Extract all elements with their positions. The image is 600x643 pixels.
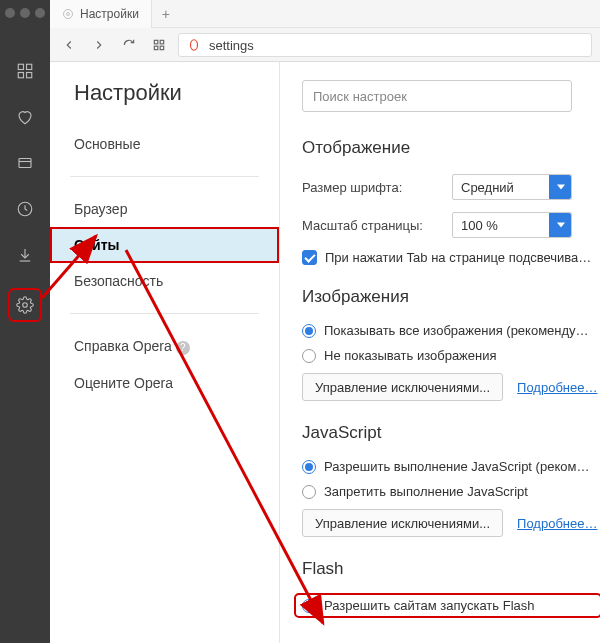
zoom-select[interactable]: 100 % bbox=[452, 212, 572, 238]
images-more-link[interactable]: Подробнее… bbox=[517, 380, 597, 395]
radio-label: Показывать все изображения (рекоменду… bbox=[324, 323, 589, 338]
sidebar-item-browser[interactable]: Браузер bbox=[50, 191, 279, 227]
svg-rect-13 bbox=[160, 40, 164, 44]
download-icon[interactable] bbox=[12, 242, 38, 268]
section-javascript: JavaScript Разрешить выполнение JavaScri… bbox=[302, 423, 600, 537]
address-bar[interactable]: settings bbox=[178, 33, 592, 57]
select-value: Средний bbox=[461, 180, 514, 195]
tab-label: Настройки bbox=[80, 7, 139, 21]
js-allow-radio[interactable]: Разрешить выполнение JavaScript (реком… bbox=[302, 459, 600, 474]
reload-button[interactable] bbox=[118, 34, 140, 56]
svg-rect-4 bbox=[19, 159, 31, 168]
section-display: Отображение Размер шрифта: Средний Масшт… bbox=[302, 138, 600, 265]
sidebar-item-security[interactable]: Безопасность bbox=[50, 263, 279, 299]
settings-panel: Поиск настроек Отображение Размер шрифта… bbox=[280, 62, 600, 643]
content-area: Настройки Основные Браузер Сайты Безопас… bbox=[50, 62, 600, 643]
back-button[interactable] bbox=[58, 34, 80, 56]
select-value: 100 % bbox=[461, 218, 498, 233]
section-images: Изображения Показывать все изображения (… bbox=[302, 287, 600, 401]
checkbox-checked-icon bbox=[302, 250, 317, 265]
checkbox-label: При нажатии Tab на странице подсвечива… bbox=[325, 250, 591, 265]
history-icon[interactable] bbox=[12, 196, 38, 222]
sidebar-item-help[interactable]: Справка Opera? bbox=[50, 328, 279, 365]
font-size-select[interactable]: Средний bbox=[452, 174, 572, 200]
section-title: Отображение bbox=[302, 138, 600, 158]
images-hide-radio[interactable]: Не показывать изображения bbox=[302, 348, 600, 363]
browser-chrome: Настройки + settings bbox=[50, 0, 600, 62]
new-tab-button[interactable]: + bbox=[152, 6, 180, 22]
section-title: Flash bbox=[302, 559, 600, 579]
speed-dial-icon[interactable] bbox=[12, 58, 38, 84]
radio-label: Разрешить сайтам запускать Flash bbox=[324, 598, 534, 613]
tab-settings[interactable]: Настройки bbox=[50, 0, 152, 28]
zoom-label: Масштаб страницы: bbox=[302, 218, 452, 233]
search-placeholder: Поиск настроек bbox=[313, 89, 407, 104]
sidebar-item-rate[interactable]: Оцените Opera bbox=[50, 365, 279, 401]
svg-point-10 bbox=[67, 12, 70, 15]
svg-point-11 bbox=[64, 9, 73, 18]
tab-bar: Настройки + bbox=[50, 0, 600, 28]
js-exceptions-button[interactable]: Управление исключениями... bbox=[302, 509, 503, 537]
svg-rect-15 bbox=[160, 46, 164, 50]
section-title: Изображения bbox=[302, 287, 600, 307]
divider bbox=[70, 313, 259, 314]
radio-label: Запретить выполнение JavaScript bbox=[324, 484, 528, 499]
images-exceptions-button[interactable]: Управление исключениями... bbox=[302, 373, 503, 401]
settings-sidebar: Настройки Основные Браузер Сайты Безопас… bbox=[50, 62, 280, 643]
opera-icon bbox=[187, 38, 201, 52]
radio-on-icon bbox=[302, 324, 316, 338]
radio-label: Разрешить выполнение JavaScript (реком… bbox=[324, 459, 589, 474]
svg-rect-1 bbox=[27, 64, 32, 69]
section-title: JavaScript bbox=[302, 423, 600, 443]
js-more-link[interactable]: Подробнее… bbox=[517, 516, 597, 531]
tab-highlight-checkbox[interactable]: При нажатии Tab на странице подсвечива… bbox=[302, 250, 600, 265]
tabs-icon[interactable] bbox=[12, 150, 38, 176]
page-title: Настройки bbox=[50, 80, 279, 126]
chevron-down-icon bbox=[557, 185, 565, 190]
gear-icon bbox=[62, 8, 74, 20]
help-icon: ? bbox=[176, 341, 190, 355]
font-size-label: Размер шрифта: bbox=[302, 180, 452, 195]
address-text: settings bbox=[209, 38, 254, 53]
max-dot[interactable] bbox=[35, 8, 45, 18]
svg-point-16 bbox=[191, 40, 198, 51]
svg-point-9 bbox=[23, 303, 28, 308]
svg-rect-3 bbox=[27, 73, 32, 78]
radio-off-icon bbox=[302, 485, 316, 499]
left-rail bbox=[0, 0, 50, 643]
radio-on-icon bbox=[302, 460, 316, 474]
svg-rect-2 bbox=[18, 73, 23, 78]
search-input[interactable]: Поиск настроек bbox=[302, 80, 572, 112]
window-controls[interactable] bbox=[5, 8, 45, 18]
images-show-all-radio[interactable]: Показывать все изображения (рекоменду… bbox=[302, 323, 600, 338]
divider bbox=[70, 176, 259, 177]
radio-label: Не показывать изображения bbox=[324, 348, 497, 363]
js-block-radio[interactable]: Запретить выполнение JavaScript bbox=[302, 484, 600, 499]
heart-icon[interactable] bbox=[12, 104, 38, 130]
close-dot[interactable] bbox=[5, 8, 15, 18]
toolbar: settings bbox=[50, 28, 600, 62]
radio-on-icon bbox=[302, 599, 316, 613]
radio-off-icon bbox=[302, 349, 316, 363]
svg-rect-12 bbox=[154, 40, 158, 44]
min-dot[interactable] bbox=[20, 8, 30, 18]
sidebar-item-sites[interactable]: Сайты bbox=[50, 227, 279, 263]
svg-rect-14 bbox=[154, 46, 158, 50]
settings-gear-icon[interactable] bbox=[8, 288, 42, 322]
sidebar-item-label: Справка Opera bbox=[74, 338, 172, 354]
svg-rect-0 bbox=[18, 64, 23, 69]
speed-dial-button[interactable] bbox=[148, 34, 170, 56]
flash-allow-radio[interactable]: Разрешить сайтам запускать Flash bbox=[296, 595, 600, 616]
sidebar-item-basic[interactable]: Основные bbox=[50, 126, 279, 162]
forward-button[interactable] bbox=[88, 34, 110, 56]
chevron-down-icon bbox=[557, 223, 565, 228]
section-flash: Flash Разрешить сайтам запускать Flash bbox=[302, 559, 600, 616]
